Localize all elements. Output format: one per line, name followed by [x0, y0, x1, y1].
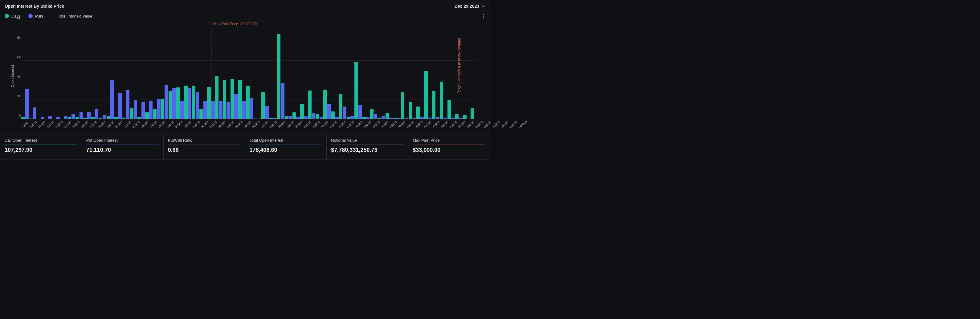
- bar-put[interactable]: [327, 104, 331, 119]
- bar-put[interactable]: [288, 116, 292, 119]
- bar-call[interactable]: [107, 116, 110, 119]
- bar-call[interactable]: [463, 115, 466, 119]
- bar-group[interactable]: [432, 22, 439, 119]
- bar-call[interactable]: [385, 113, 389, 119]
- bar-put[interactable]: [258, 119, 261, 119]
- bar-call[interactable]: [277, 34, 281, 119]
- bar-group[interactable]: [130, 22, 137, 119]
- bar-put[interactable]: [413, 117, 416, 119]
- bar-group[interactable]: [293, 22, 300, 119]
- bar-call[interactable]: [223, 80, 226, 119]
- bar-put[interactable]: [48, 116, 52, 119]
- bar-group[interactable]: [254, 22, 261, 119]
- bar-put[interactable]: [110, 80, 114, 119]
- bar-put[interactable]: [204, 101, 207, 119]
- bar-call[interactable]: [215, 76, 219, 119]
- bar-group[interactable]: [463, 22, 470, 119]
- bar-put[interactable]: [103, 115, 106, 119]
- bar-put[interactable]: [80, 113, 83, 119]
- bar-call[interactable]: [269, 118, 273, 119]
- bar-group[interactable]: [300, 22, 307, 119]
- bar-group[interactable]: [285, 22, 292, 119]
- bar-group[interactable]: [238, 22, 246, 119]
- bar-put[interactable]: [312, 113, 316, 119]
- bar-group[interactable]: [447, 22, 455, 119]
- bar-call[interactable]: [409, 102, 412, 119]
- bar-call[interactable]: [238, 80, 242, 119]
- bar-group[interactable]: [393, 22, 401, 119]
- bar-group[interactable]: [169, 22, 176, 119]
- bar-put[interactable]: [428, 117, 432, 119]
- bar-put[interactable]: [397, 117, 401, 119]
- bar-call[interactable]: [339, 94, 343, 119]
- legend-item-puts[interactable]: Puts: [29, 14, 43, 19]
- legend-item-intrinsic[interactable]: Total Intrinsic Value: [51, 14, 92, 19]
- bar-put[interactable]: [459, 118, 463, 119]
- bar-group[interactable]: [316, 22, 323, 119]
- bar-group[interactable]: [455, 22, 463, 119]
- bar-group[interactable]: [331, 22, 339, 119]
- bar-call[interactable]: [285, 116, 288, 119]
- bar-group[interactable]: [68, 22, 75, 119]
- bar-group[interactable]: [246, 22, 253, 119]
- bar-put[interactable]: [374, 114, 377, 119]
- bar-group[interactable]: [440, 22, 447, 119]
- bar-call[interactable]: [207, 87, 211, 119]
- bar-put[interactable]: [41, 117, 45, 119]
- bar-group[interactable]: [323, 22, 331, 119]
- bar-group[interactable]: [122, 22, 129, 119]
- bar-call[interactable]: [455, 114, 459, 119]
- bar-group[interactable]: [377, 22, 385, 119]
- bar-put[interactable]: [436, 117, 439, 119]
- bar-put[interactable]: [343, 106, 347, 119]
- bar-put[interactable]: [126, 90, 129, 119]
- bar-group[interactable]: [184, 22, 191, 119]
- chart-plot[interactable]: 02k4k6k8k10k 500010000110001200013000140…: [13, 21, 480, 133]
- bar-put[interactable]: [211, 101, 215, 119]
- bar-group[interactable]: [60, 22, 67, 119]
- bar-group[interactable]: [21, 22, 29, 119]
- bar-call[interactable]: [416, 106, 420, 119]
- bar-call[interactable]: [184, 86, 188, 119]
- bar-group[interactable]: [215, 22, 223, 119]
- bar-put[interactable]: [350, 116, 354, 119]
- bar-call[interactable]: [424, 71, 428, 119]
- bar-call[interactable]: [192, 86, 196, 119]
- bar-put[interactable]: [250, 98, 254, 119]
- bar-group[interactable]: [223, 22, 230, 119]
- bar-call[interactable]: [68, 117, 72, 119]
- bar-group[interactable]: [153, 22, 160, 119]
- bar-call[interactable]: [377, 117, 381, 119]
- bar-call[interactable]: [347, 117, 350, 119]
- bar-put[interactable]: [358, 105, 362, 119]
- bar-put[interactable]: [188, 88, 192, 119]
- bar-group[interactable]: [29, 22, 37, 119]
- bar-put[interactable]: [25, 89, 29, 119]
- bar-call[interactable]: [99, 118, 102, 119]
- bar-put[interactable]: [219, 101, 223, 119]
- bar-group[interactable]: [161, 22, 168, 119]
- bar-call[interactable]: [130, 108, 134, 119]
- bar-group[interactable]: [409, 22, 416, 119]
- bar-call[interactable]: [308, 90, 312, 119]
- bar-put[interactable]: [142, 102, 145, 119]
- bar-call[interactable]: [83, 118, 87, 119]
- bar-call[interactable]: [300, 104, 304, 119]
- bar-group[interactable]: [37, 22, 44, 119]
- bar-put[interactable]: [265, 106, 269, 119]
- bar-call[interactable]: [293, 113, 296, 119]
- bar-call[interactable]: [331, 111, 335, 119]
- bar-group[interactable]: [145, 22, 153, 119]
- bar-put[interactable]: [149, 101, 153, 119]
- bar-group[interactable]: [199, 22, 207, 119]
- bar-put[interactable]: [451, 117, 455, 119]
- bar-call[interactable]: [75, 117, 79, 119]
- bar-call[interactable]: [91, 117, 95, 119]
- bar-put[interactable]: [157, 99, 161, 119]
- bar-put[interactable]: [172, 88, 176, 119]
- bar-put[interactable]: [87, 112, 91, 119]
- chart-menu-button[interactable]: [482, 13, 485, 20]
- bar-group[interactable]: [192, 22, 199, 119]
- bar-call[interactable]: [440, 82, 444, 119]
- bar-call[interactable]: [21, 117, 25, 119]
